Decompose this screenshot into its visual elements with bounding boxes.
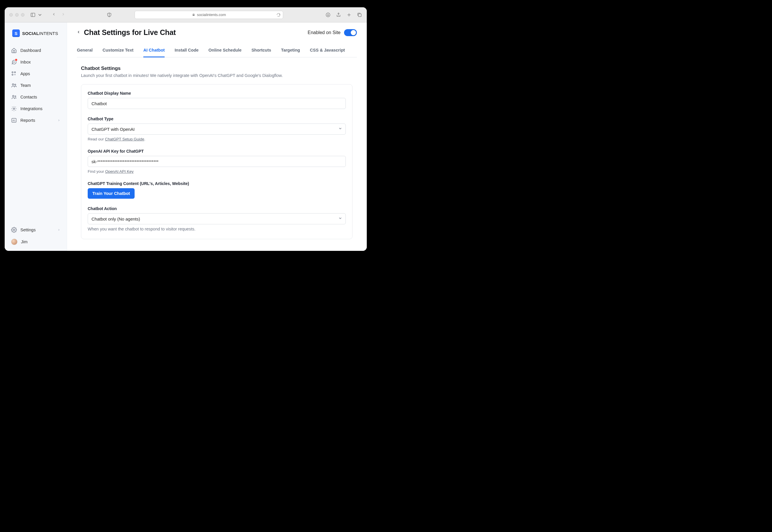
browser-titlebar: socialintents.com — [5, 7, 367, 22]
chatbot-action-select[interactable] — [88, 213, 346, 224]
svg-point-23 — [13, 229, 15, 231]
back-button[interactable] — [77, 29, 80, 36]
tab-ai-chatbot[interactable]: AI Chatbot — [143, 44, 165, 57]
back-button[interactable] — [52, 12, 56, 17]
chevron-right-icon — [61, 12, 65, 16]
notification-badge — [15, 59, 17, 61]
tabs: General Customize Text AI Chatbot Instal… — [77, 44, 357, 57]
logo[interactable]: S SOCIALINTENTS — [5, 28, 67, 43]
svg-point-9 — [12, 72, 13, 73]
sidebar-item-label: Contacts — [20, 95, 37, 99]
sidebar-item-label: Reports — [20, 118, 35, 123]
helper-text: When you want the chatbot to respond to … — [88, 227, 346, 231]
tabs-icon — [357, 12, 362, 17]
sidebar-nav: Dashboard Inbox Apps Team — [5, 43, 67, 126]
tabs-overview-button[interactable] — [357, 12, 362, 17]
setup-guide-link[interactable]: ChatGPT Setup Guide — [105, 137, 144, 141]
field-api-key: OpenAI API Key for ChatGPT Find your Ope… — [88, 149, 346, 174]
settings-icon — [11, 227, 17, 233]
contacts-icon — [11, 94, 17, 100]
field-chatbot-action: Chatbot Action When you want the chatbot… — [88, 206, 346, 231]
tab-customize-text[interactable]: Customize Text — [103, 44, 133, 57]
tab-install-code[interactable]: Install Code — [175, 44, 198, 57]
tab-targeting[interactable]: Targeting — [281, 44, 300, 57]
sidebar-user[interactable]: Jim — [5, 236, 67, 248]
settings-panel: Chatbot Display Name Chatbot Type Read o… — [81, 84, 352, 239]
new-tab-button[interactable] — [346, 12, 352, 17]
display-name-input[interactable] — [88, 98, 346, 109]
field-label: Chatbot Display Name — [88, 91, 346, 96]
maximize-window-button[interactable] — [21, 13, 24, 17]
privacy-shield-button[interactable] — [107, 12, 112, 17]
field-label: ChatGPT Training Content (URL's, Article… — [88, 181, 346, 186]
sidebar: S SOCIALINTENTS Dashboard Inbox — [5, 22, 67, 251]
sidebar-item-team[interactable]: Team — [5, 80, 67, 91]
sidebar-item-label: Inbox — [20, 60, 31, 64]
lock-icon — [192, 13, 195, 16]
field-label: OpenAI API Key for ChatGPT — [88, 149, 346, 154]
url-bar[interactable]: socialintents.com — [135, 11, 283, 19]
train-chatbot-button[interactable]: Train Your Chatbot — [88, 188, 135, 199]
sidebar-item-contacts[interactable]: Contacts — [5, 91, 67, 103]
section-heading: Chatbot Settings — [81, 66, 352, 71]
apps-icon — [11, 71, 17, 77]
api-key-link[interactable]: OpenAI API Key — [105, 169, 134, 174]
traffic-lights — [9, 13, 24, 17]
sidebar-item-label: Settings — [20, 228, 36, 232]
shield-icon — [107, 12, 112, 17]
tab-general[interactable]: General — [77, 44, 93, 57]
minimize-window-button[interactable] — [15, 13, 19, 17]
sidebar-item-settings[interactable]: Settings — [5, 224, 67, 236]
sidebar-icon — [30, 12, 36, 17]
url-text: socialintents.com — [197, 13, 226, 17]
chatbot-settings-section: Chatbot Settings Launch your first chatb… — [77, 57, 357, 239]
home-icon — [11, 47, 17, 53]
field-training: ChatGPT Training Content (URL's, Article… — [88, 181, 346, 199]
svg-point-15 — [15, 84, 16, 85]
logo-text: SOCIALINTENTS — [22, 31, 58, 36]
sidebar-item-label: Integrations — [20, 106, 43, 111]
page-title: Chat Settings for Live Chat — [84, 28, 176, 37]
gear-icon — [11, 106, 17, 112]
user-name: Jim — [21, 239, 28, 244]
chatbot-type-select[interactable] — [88, 124, 346, 135]
download-icon — [325, 12, 331, 17]
sidebar-item-inbox[interactable]: Inbox — [5, 56, 67, 68]
chevron-right-icon — [57, 118, 60, 123]
chevron-left-icon — [77, 29, 80, 35]
share-icon — [336, 12, 341, 17]
tab-online-schedule[interactable]: Online Schedule — [209, 44, 242, 57]
sidebar-item-reports[interactable]: Reports — [5, 114, 67, 126]
helper-text: Read our ChatGPT Setup Guide. — [88, 137, 346, 141]
sidebar-item-integrations[interactable]: Integrations — [5, 103, 67, 114]
share-button[interactable] — [336, 12, 341, 17]
svg-point-18 — [13, 108, 15, 110]
forward-button[interactable] — [61, 12, 65, 17]
chevron-left-icon — [52, 12, 56, 16]
api-key-input[interactable] — [88, 156, 346, 167]
plus-icon — [346, 12, 352, 17]
sidebar-toggle-group[interactable] — [30, 12, 43, 17]
browser-window: socialintents.com S SOCIALINTENTS Dashbo… — [5, 7, 367, 251]
close-window-button[interactable] — [9, 13, 13, 17]
sidebar-item-label: Team — [20, 83, 31, 88]
svg-point-7 — [14, 62, 14, 62]
tab-shortcuts[interactable]: Shortcuts — [251, 44, 271, 57]
sidebar-item-label: Apps — [20, 71, 30, 76]
sidebar-item-apps[interactable]: Apps — [5, 68, 67, 80]
page-header: Chat Settings for Live Chat Enabled on S… — [77, 28, 357, 37]
enabled-label: Enabled on Site — [308, 30, 341, 35]
svg-point-8 — [15, 62, 15, 62]
tab-css-js[interactable]: CSS & Javascript — [310, 44, 345, 57]
svg-rect-0 — [31, 13, 35, 17]
enabled-toggle[interactable] — [344, 29, 357, 36]
reload-icon — [276, 13, 281, 17]
svg-point-10 — [14, 72, 15, 73]
chevron-right-icon — [57, 228, 60, 232]
sidebar-item-label: Dashboard — [20, 48, 41, 53]
downloads-button[interactable] — [325, 12, 331, 17]
svg-point-14 — [12, 84, 14, 85]
sidebar-item-dashboard[interactable]: Dashboard — [5, 45, 67, 56]
svg-point-11 — [12, 74, 13, 75]
avatar — [11, 239, 17, 245]
